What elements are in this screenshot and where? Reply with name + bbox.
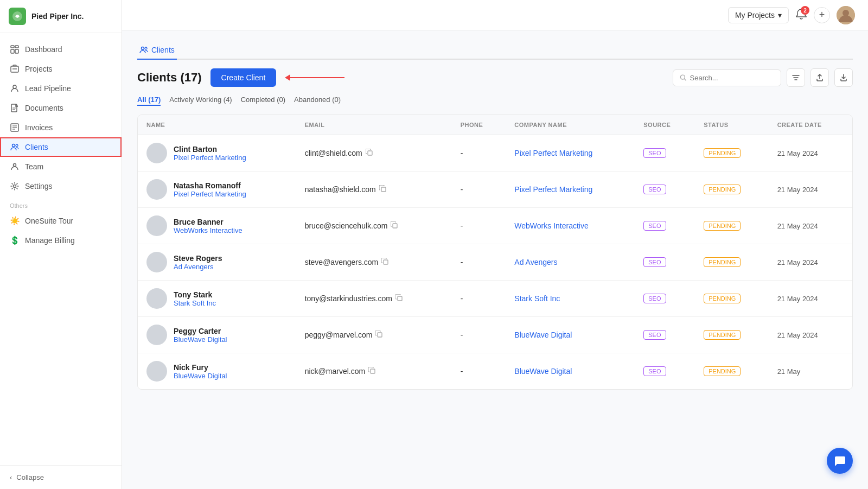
sidebar-item-settings[interactable]: Settings xyxy=(0,176,122,196)
cell-source-2: SEO xyxy=(635,208,695,244)
client-company-sub-3[interactable]: Ad Avengers xyxy=(174,263,222,271)
svg-rect-1 xyxy=(11,46,14,48)
download-button[interactable] xyxy=(834,68,853,87)
copy-email-icon-1[interactable] xyxy=(379,185,386,194)
collapse-button[interactable]: ‹ Collapse xyxy=(0,465,122,489)
copy-email-icon-6[interactable] xyxy=(368,367,375,376)
col-create-date: CREATE DATE xyxy=(769,115,852,135)
client-company-sub-5[interactable]: BlueWave Digital xyxy=(174,335,227,344)
svg-rect-24 xyxy=(368,151,372,155)
sidebar-item-documents[interactable]: Documents xyxy=(0,98,122,118)
company-link-2[interactable]: WebWorks Interactive xyxy=(514,221,588,230)
cell-phone-5: - xyxy=(452,317,506,353)
add-button[interactable]: + xyxy=(814,7,830,23)
table-row: Peggy Carter BlueWave Digital peggy@marv… xyxy=(138,317,852,353)
copy-email-icon-5[interactable] xyxy=(375,331,382,339)
source-badge-3: SEO xyxy=(643,257,666,267)
upload-icon xyxy=(816,74,824,81)
client-company-sub-1[interactable]: Pixel Perfect Marketing xyxy=(174,190,246,198)
svg-point-15 xyxy=(12,144,15,147)
sidebar-item-dashboard[interactable]: Dashboard xyxy=(0,40,122,59)
topbar: My Projects ▾ 2 + xyxy=(122,0,868,30)
create-client-button[interactable]: Create Client xyxy=(210,68,277,87)
clients-table: NAME EMAIL PHONE COMPANY NAME SOURCE STA… xyxy=(138,115,852,389)
projects-icon xyxy=(10,64,20,74)
sidebar-item-label: Team xyxy=(25,162,43,171)
cell-date-2: 21 May 2024 xyxy=(769,208,852,244)
filter-tab-abandoned[interactable]: Abandoned (0) xyxy=(294,94,341,106)
company-link-6[interactable]: BlueWave Digital xyxy=(514,367,572,376)
header-search-area xyxy=(673,68,853,87)
filter-tab-actively-working[interactable]: Actively Working (4) xyxy=(169,94,232,106)
upload-button[interactable] xyxy=(810,68,829,87)
company-link-0[interactable]: Pixel Perfect Marketing xyxy=(514,149,592,157)
filter-button[interactable] xyxy=(787,68,805,87)
company-name: Pied Piper Inc. xyxy=(31,12,84,21)
client-name-1: Natasha Romanoff xyxy=(174,181,246,190)
col-source: SOURCE xyxy=(635,115,695,135)
dashboard-icon xyxy=(10,45,20,54)
arrow-line xyxy=(290,77,344,78)
sidebar-item-onesuite-tour[interactable]: ☀️ OneSuite Tour xyxy=(0,211,122,231)
tab-clients[interactable]: Clients xyxy=(137,41,177,60)
sidebar-item-projects[interactable]: Projects xyxy=(0,59,122,79)
email-value-5: peggy@marvel.com xyxy=(305,331,373,339)
copy-email-icon-0[interactable] xyxy=(366,149,373,157)
cell-email-1: natasha@shield.com xyxy=(296,172,452,208)
svg-rect-25 xyxy=(381,187,386,192)
client-company-sub-4[interactable]: Stark Soft Inc xyxy=(174,299,216,307)
notifications-button[interactable]: 2 xyxy=(795,8,807,22)
svg-rect-30 xyxy=(371,369,375,373)
cell-company-4: Stark Soft Inc xyxy=(506,281,635,317)
sidebar-item-manage-billing[interactable]: 💲 Manage Billing xyxy=(0,231,122,250)
sidebar-item-label: Invoices xyxy=(25,123,53,132)
create-date-4: 21 May 2024 xyxy=(777,295,818,303)
chat-icon xyxy=(833,454,846,467)
my-projects-button[interactable]: My Projects ▾ xyxy=(728,7,789,23)
col-company: COMPANY NAME xyxy=(506,115,635,135)
copy-email-icon-4[interactable] xyxy=(395,294,403,303)
company-link-1[interactable]: Pixel Perfect Marketing xyxy=(514,185,592,194)
settings-icon xyxy=(10,181,20,191)
sidebar-item-label: Dashboard xyxy=(25,45,62,54)
sidebar-item-lead-pipeline[interactable]: Lead Pipeline xyxy=(0,79,122,98)
cell-status-2: PENDING xyxy=(695,208,768,244)
svg-point-18 xyxy=(14,185,16,188)
copy-email-icon-2[interactable] xyxy=(391,221,398,230)
filter-tab-all[interactable]: All (17) xyxy=(137,94,161,106)
company-link-5[interactable]: BlueWave Digital xyxy=(514,331,572,339)
copy-email-icon-3[interactable] xyxy=(381,258,388,266)
client-company-sub-2[interactable]: WebWorks Interactive xyxy=(174,226,242,234)
sidebar-item-team[interactable]: Team xyxy=(0,157,122,176)
table-row: Natasha Romanoff Pixel Perfect Marketing… xyxy=(138,172,852,208)
status-badge-2: PENDING xyxy=(704,221,741,231)
search-input[interactable] xyxy=(690,74,774,82)
cell-name-0: Clint Barton Pixel Perfect Marketing xyxy=(138,135,296,172)
search-box[interactable] xyxy=(673,69,781,86)
collapse-arrow-icon: ‹ xyxy=(10,473,12,481)
cell-status-5: PENDING xyxy=(695,317,768,353)
cell-phone-0: - xyxy=(452,135,506,172)
my-projects-label: My Projects xyxy=(735,11,775,20)
cell-date-1: 21 May 2024 xyxy=(769,172,852,208)
company-link-4[interactable]: Stark Soft Inc xyxy=(514,294,560,303)
company-link-3[interactable]: Ad Avengers xyxy=(514,258,557,266)
billing-icon: 💲 xyxy=(10,236,20,245)
sidebar-item-invoices[interactable]: Invoices xyxy=(0,118,122,137)
filter-tab-completed[interactable]: Completed (0) xyxy=(241,94,285,106)
page-tab-bar: Clients xyxy=(137,41,853,60)
source-badge-4: SEO xyxy=(643,294,666,303)
user-avatar[interactable] xyxy=(837,6,855,24)
create-date-2: 21 May 2024 xyxy=(777,222,818,230)
email-value-4: tony@starkindustries.com xyxy=(305,294,392,303)
cell-name-1: Natasha Romanoff Pixel Perfect Marketing xyxy=(138,172,296,208)
col-phone: PHONE xyxy=(452,115,506,135)
cell-phone-3: - xyxy=(452,244,506,281)
team-icon xyxy=(10,162,20,172)
svg-point-21 xyxy=(142,47,144,50)
client-company-sub-0[interactable]: Pixel Perfect Marketing xyxy=(174,154,246,162)
sidebar-item-label: Lead Pipeline xyxy=(25,84,71,93)
sidebar-item-clients[interactable]: Clients xyxy=(0,137,122,157)
client-company-sub-6[interactable]: BlueWave Digital xyxy=(174,372,227,380)
chat-fab-button[interactable] xyxy=(827,448,853,474)
